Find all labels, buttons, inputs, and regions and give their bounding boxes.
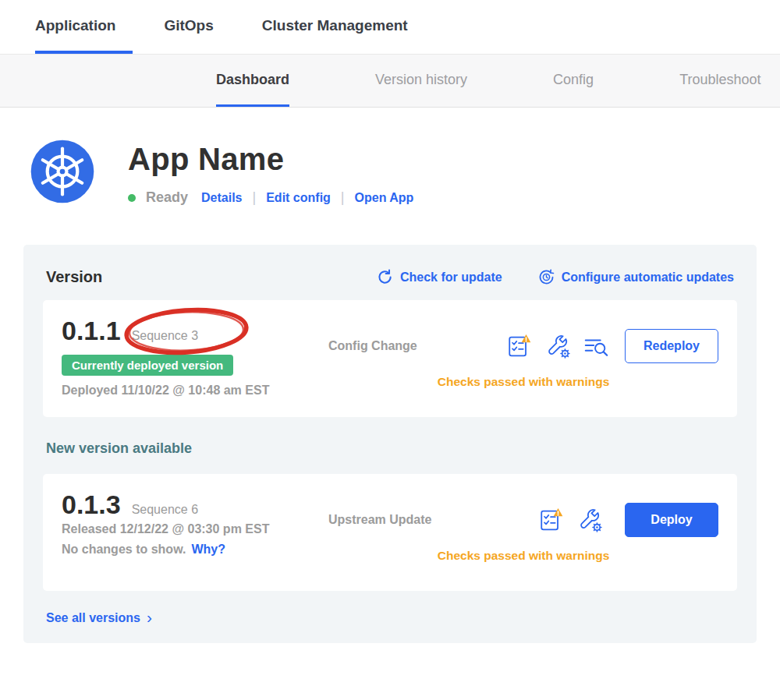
link-separator: | — [253, 189, 257, 206]
new-version-heading: New version available — [46, 440, 734, 457]
current-version-row: 0.1.1 Sequence 3 — [62, 316, 328, 348]
no-changes-row: No changes to show. Why? — [62, 543, 328, 557]
subnav-tab-config[interactable]: Config — [553, 55, 594, 107]
currently-deployed-badge: Currently deployed version — [62, 355, 233, 376]
available-checks-status: Checks passed with warnings — [328, 549, 718, 563]
configure-auto-updates-link[interactable]: Configure automatic updates — [538, 269, 734, 285]
kubernetes-logo-icon — [30, 139, 95, 204]
link-separator: | — [341, 189, 345, 206]
nav-tab-cluster-management[interactable]: Cluster Management — [262, 0, 425, 54]
refresh-icon[interactable] — [377, 269, 393, 285]
deploy-button[interactable]: Deploy — [625, 503, 718, 537]
check-for-update-link[interactable]: Check for update — [377, 269, 502, 285]
current-action-row: Config Change — [328, 329, 718, 363]
primary-nav: Application GitOps Cluster Management — [0, 0, 780, 55]
open-app-link[interactable]: Open App — [355, 191, 414, 205]
available-version-row: 0.1.3 Sequence 6 — [62, 490, 328, 522]
version-panel-title: Version — [46, 268, 102, 286]
view-files-search-icon[interactable] — [583, 333, 609, 359]
available-version-sequence: Sequence 6 — [132, 503, 198, 517]
current-source-label: Config Change — [328, 339, 417, 353]
version-panel-actions: Check for update Configure automatic upd… — [377, 269, 734, 285]
current-checks-status: Checks passed with warnings — [328, 375, 718, 389]
deployed-timestamp: Deployed 11/10/22 @ 10:48 am EST — [62, 384, 328, 398]
version-panel: Version Check for update Configure autom… — [23, 245, 757, 643]
current-version-icons — [506, 333, 609, 359]
available-version-actions: Upstream Update — [328, 490, 718, 575]
current-version-info: 0.1.1 Sequence 3 Currently deployed vers… — [62, 316, 328, 401]
app-status-row: Ready Details | Edit config | Open App — [128, 189, 413, 206]
why-link[interactable]: Why? — [191, 543, 225, 557]
nav-tab-gitops[interactable]: GitOps — [164, 0, 230, 54]
subnav-tab-troubleshoot[interactable]: Troubleshoot — [679, 55, 760, 107]
released-timestamp: Released 12/12/22 @ 03:30 pm EST — [62, 522, 328, 536]
available-version-card: 0.1.3 Sequence 6 Released 12/12/22 @ 03:… — [43, 474, 737, 591]
check-for-update-label: Check for update — [400, 270, 502, 285]
auto-update-clock-icon[interactable] — [538, 269, 555, 285]
app-title-block: App Name Ready Details | Edit config | O… — [128, 139, 413, 206]
config-wrench-gear-icon[interactable] — [576, 507, 603, 533]
config-wrench-gear-icon[interactable] — [544, 333, 571, 359]
available-version-number: 0.1.3 — [62, 490, 121, 520]
configure-auto-updates-label: Configure automatic updates — [562, 270, 734, 285]
preflight-checks-warning-icon[interactable] — [538, 507, 565, 533]
app-sub-nav: Dashboard Version history Config Trouble… — [0, 55, 780, 108]
no-changes-text: No changes to show. — [62, 543, 186, 557]
edit-config-link[interactable]: Edit config — [266, 191, 331, 205]
status-ready-dot-icon — [128, 194, 136, 202]
see-all-versions-link[interactable]: See all versions › — [46, 610, 152, 626]
details-link[interactable]: Details — [201, 191, 242, 205]
current-version-number: 0.1.1 — [62, 316, 121, 346]
preflight-checks-warning-icon[interactable] — [506, 333, 533, 359]
current-version-card: 0.1.1 Sequence 3 Currently deployed vers… — [43, 300, 737, 417]
app-header: App Name Ready Details | Edit config | O… — [0, 108, 780, 206]
app-title: App Name — [128, 142, 413, 177]
chevron-right-icon: › — [147, 609, 152, 625]
current-version-sequence: Sequence 3 — [132, 329, 198, 343]
available-version-icons — [538, 507, 603, 533]
available-version-info: 0.1.3 Sequence 6 Released 12/12/22 @ 03:… — [62, 490, 328, 575]
subnav-tab-dashboard[interactable]: Dashboard — [216, 55, 289, 107]
version-panel-header: Version Check for update Configure autom… — [43, 268, 737, 286]
available-source-label: Upstream Update — [328, 513, 431, 527]
nav-tab-application[interactable]: Application — [35, 0, 133, 54]
current-version-actions: Config Change — [328, 316, 718, 401]
status-text: Ready — [146, 189, 188, 206]
redeploy-button[interactable]: Redeploy — [625, 329, 718, 363]
subnav-tab-version-history[interactable]: Version history — [375, 55, 467, 107]
see-all-versions-label: See all versions — [46, 611, 140, 625]
available-action-row: Upstream Update — [328, 503, 718, 537]
